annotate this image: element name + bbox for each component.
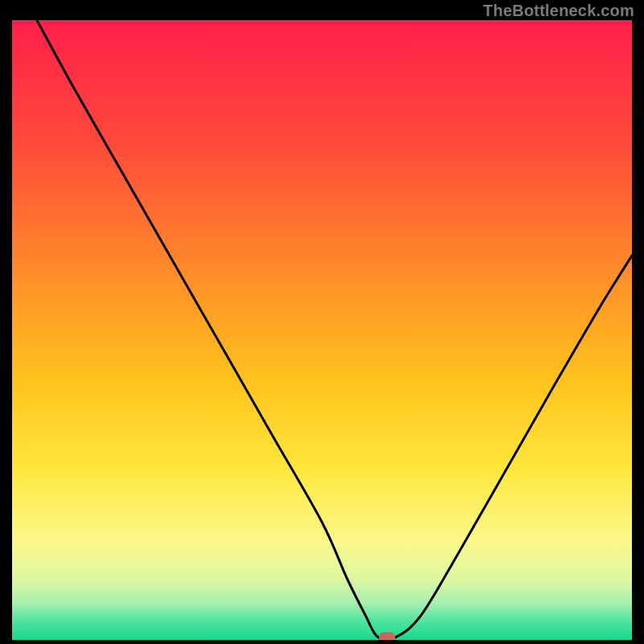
watermark-text: TheBottleneck.com xyxy=(483,2,634,20)
gradient-background xyxy=(12,20,632,640)
chart-frame xyxy=(12,20,632,640)
optimal-marker xyxy=(379,632,395,640)
bottleneck-chart xyxy=(12,20,632,640)
